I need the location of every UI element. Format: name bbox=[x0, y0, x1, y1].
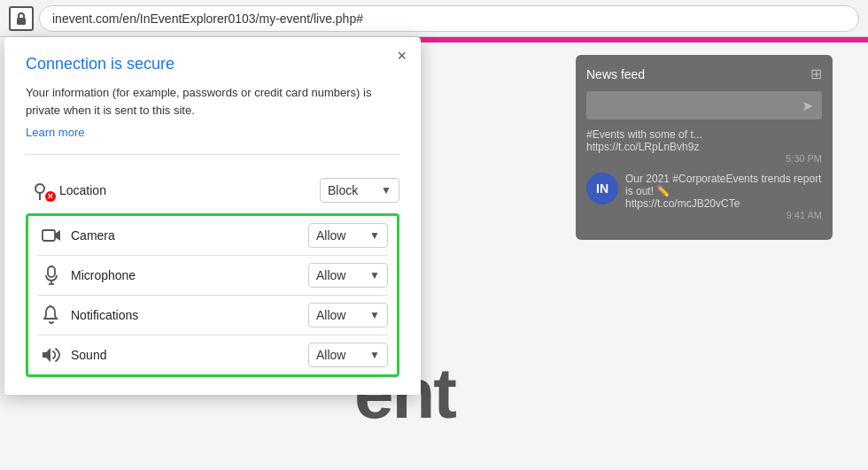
camera-row: Camera Allow ▼ bbox=[28, 216, 397, 255]
news-feed-settings-icon[interactable]: ⊞ bbox=[810, 65, 822, 82]
sound-icon bbox=[37, 347, 66, 363]
microphone-select[interactable]: Allow ▼ bbox=[308, 263, 388, 288]
chevron-down-icon: ▼ bbox=[369, 229, 380, 242]
news-item-1-time: 5:30 PM bbox=[586, 153, 822, 164]
lock-icon bbox=[9, 6, 34, 31]
news-item-2-time: 9:41 AM bbox=[625, 210, 822, 220]
news-feed-panel: News feed ⊞ ➤ #Events with some of t...h… bbox=[576, 55, 833, 240]
sound-value: Allow bbox=[316, 348, 345, 362]
popup-description: Your information (for example, passwords… bbox=[26, 84, 399, 119]
svg-marker-8 bbox=[43, 348, 50, 362]
send-icon: ➤ bbox=[802, 97, 813, 114]
highlighted-permissions-box: Camera Allow ▼ Microphone bbox=[26, 213, 399, 377]
location-icon: ✕ bbox=[26, 181, 54, 200]
news-feed-search-bar[interactable]: ➤ bbox=[586, 91, 822, 119]
chevron-down-icon: ▼ bbox=[381, 184, 391, 196]
learn-more-link[interactable]: Learn more bbox=[26, 126, 84, 139]
close-button[interactable]: × bbox=[397, 48, 407, 64]
bell-icon bbox=[37, 305, 66, 325]
browser-bar bbox=[0, 0, 868, 37]
news-feed-header: News feed ⊞ bbox=[586, 65, 822, 82]
svg-marker-4 bbox=[55, 230, 60, 241]
chevron-down-icon: ▼ bbox=[369, 309, 380, 321]
notifications-value: Allow bbox=[316, 308, 345, 322]
notifications-row: Notifications Allow ▼ bbox=[28, 296, 397, 335]
svg-point-1 bbox=[35, 184, 44, 193]
location-select[interactable]: Block ▼ bbox=[320, 178, 399, 203]
news-item-1: #Events with some of t...https://t.co/LR… bbox=[586, 128, 822, 164]
notifications-select[interactable]: Allow ▼ bbox=[308, 303, 388, 327]
microphone-row: Microphone Allow ▼ bbox=[28, 256, 397, 295]
sound-row: Sound Allow ▼ bbox=[28, 335, 397, 374]
avatar: IN bbox=[586, 173, 618, 204]
location-value: Block bbox=[328, 183, 358, 197]
microphone-icon bbox=[37, 266, 66, 285]
sound-select[interactable]: Allow ▼ bbox=[308, 343, 388, 367]
news-item-1-text: #Events with some of t...https://t.co/LR… bbox=[586, 128, 822, 153]
news-item-2-text: Our 2021 #CorporateEvents trends report … bbox=[625, 173, 822, 210]
svg-rect-0 bbox=[17, 18, 26, 25]
news-item-2: IN Our 2021 #CorporateEvents trends repo… bbox=[586, 173, 822, 220]
microphone-label: Microphone bbox=[71, 268, 308, 282]
chevron-down-icon: ▼ bbox=[369, 269, 380, 281]
popup-title: Connection is secure bbox=[26, 55, 399, 73]
location-label: Location bbox=[59, 183, 320, 197]
url-bar[interactable] bbox=[39, 5, 859, 32]
camera-value: Allow bbox=[316, 228, 345, 243]
content-area: ent News feed ⊞ ➤ #Events with some of t… bbox=[0, 37, 868, 470]
block-indicator: ✕ bbox=[45, 191, 56, 202]
location-row: ✕ Location Block ▼ bbox=[26, 169, 399, 212]
svg-rect-3 bbox=[43, 230, 55, 241]
security-popup: × Connection is secure Your information … bbox=[4, 37, 421, 395]
svg-rect-5 bbox=[48, 266, 55, 277]
pink-bar bbox=[407, 37, 868, 42]
camera-icon bbox=[37, 228, 66, 243]
sound-label: Sound bbox=[71, 348, 308, 362]
divider bbox=[26, 154, 399, 155]
notifications-label: Notifications bbox=[71, 308, 308, 322]
news-feed-title: News feed bbox=[586, 67, 645, 81]
camera-label: Camera bbox=[71, 228, 308, 243]
microphone-value: Allow bbox=[316, 268, 345, 282]
chevron-down-icon: ▼ bbox=[369, 349, 380, 361]
camera-select[interactable]: Allow ▼ bbox=[308, 223, 388, 248]
